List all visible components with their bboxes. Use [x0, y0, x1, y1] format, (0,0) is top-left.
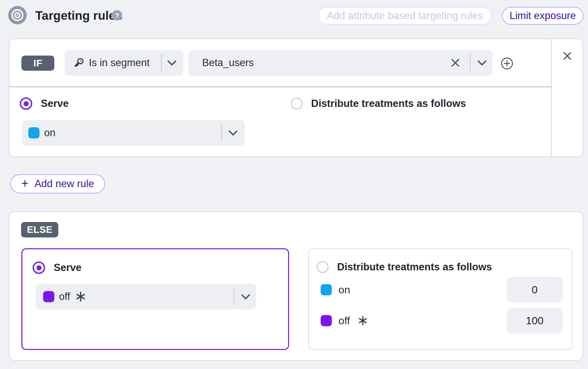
chevron-down-icon[interactable]: [477, 60, 487, 66]
treatment-dropdown[interactable]: on: [22, 120, 245, 146]
field-divider: [161, 54, 162, 72]
default-asterisk-icon: [358, 316, 368, 326]
distribute-row-off: off: [321, 315, 368, 326]
section-divider: [10, 86, 551, 87]
if-rule-card: IF Is in segment Beta_users: [9, 38, 583, 157]
distribute-row-on: on: [321, 284, 350, 295]
serve-radio[interactable]: [33, 261, 45, 274]
serve-label: Serve: [41, 98, 68, 110]
serve-radio[interactable]: [20, 97, 32, 110]
distribute-radio[interactable]: [291, 98, 303, 110]
if-badge: IF: [21, 56, 54, 71]
treatment-name: on: [338, 284, 350, 296]
help-icon[interactable]: ?: [112, 10, 122, 20]
treatment-color-swatch: [321, 315, 332, 326]
treatment-dropdown[interactable]: off: [36, 284, 256, 309]
clear-icon[interactable]: [451, 58, 460, 67]
serve-option-row: Serve: [20, 97, 68, 110]
field-divider: [221, 124, 222, 142]
distribute-option-row: Distribute treatments as follows: [291, 98, 466, 110]
else-rule-card: ELSE Serve off Distr: [9, 211, 583, 361]
key-icon: [73, 57, 85, 69]
treatment-name: on: [44, 127, 55, 139]
serve-option-row: Serve: [33, 261, 81, 274]
serve-label: Serve: [54, 262, 81, 274]
close-icon[interactable]: [562, 51, 572, 61]
distribute-option-row: Distribute treatments as follows: [317, 261, 492, 273]
add-new-rule-button[interactable]: + Add new rule: [10, 174, 105, 193]
treatment-name: off: [59, 291, 70, 303]
else-badge: ELSE: [21, 222, 58, 237]
limit-exposure-button[interactable]: Limit exposure: [502, 7, 583, 25]
percentage-input[interactable]: [507, 277, 563, 303]
segment-value: Beta_users: [202, 57, 254, 69]
distribute-label: Distribute treatments as follows: [311, 98, 466, 110]
chevron-down-icon[interactable]: [167, 60, 176, 66]
field-divider: [470, 54, 470, 72]
add-condition-icon[interactable]: [500, 57, 514, 70]
page-title: Targeting rules: [35, 9, 122, 23]
distribute-radio[interactable]: [317, 261, 329, 273]
chevron-down-icon[interactable]: [228, 130, 238, 136]
percentage-input[interactable]: [507, 308, 563, 333]
else-distribute-panel: Distribute treatments as follows on off: [308, 248, 573, 350]
plus-icon: +: [21, 176, 28, 190]
matcher-dropdown[interactable]: Is in segment: [65, 50, 183, 76]
treatment-name: off: [338, 315, 350, 327]
matcher-label: Is in segment: [89, 57, 149, 69]
target-icon: [8, 6, 27, 25]
treatment-color-swatch: [28, 127, 40, 138]
chevron-down-icon[interactable]: [241, 294, 250, 300]
else-serve-panel: Serve off: [21, 248, 289, 350]
field-divider: [234, 288, 234, 306]
card-right-divider: [551, 39, 552, 156]
targeting-rules-screen: Targeting rules ? Add attribute based ta…: [0, 0, 588, 369]
add-attribute-rules-button[interactable]: Add attribute based targeting rules: [318, 7, 492, 25]
treatment-color-swatch: [43, 291, 54, 302]
distribute-label: Distribute treatments as follows: [337, 261, 492, 273]
treatment-color-swatch: [321, 284, 332, 295]
segment-select[interactable]: Beta_users: [188, 50, 493, 76]
default-asterisk-icon: [75, 291, 86, 302]
add-new-rule-label: Add new rule: [35, 178, 94, 190]
